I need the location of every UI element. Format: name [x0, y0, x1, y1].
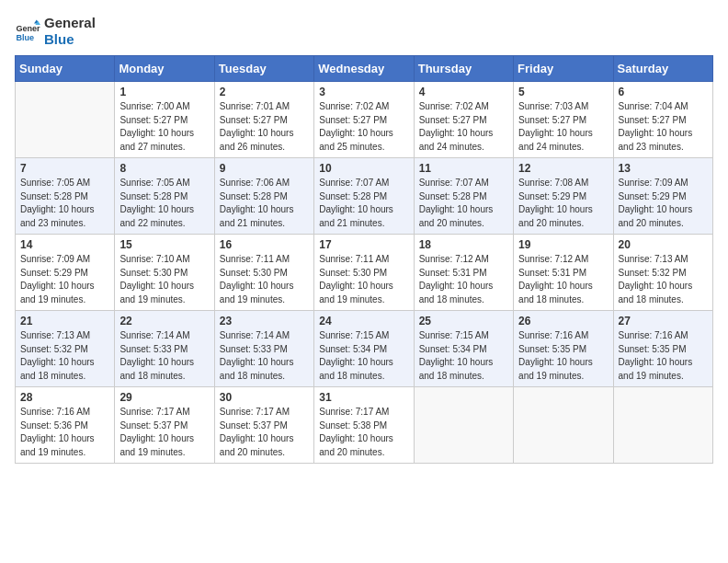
- calendar-table: SundayMondayTuesdayWednesdayThursdayFrid…: [15, 55, 713, 464]
- calendar-cell: 2Sunrise: 7:01 AM Sunset: 5:27 PM Daylig…: [214, 82, 313, 158]
- day-number: 20: [619, 238, 708, 251]
- calendar-cell: 23Sunrise: 7:14 AM Sunset: 5:33 PM Dayli…: [214, 311, 313, 387]
- day-info: Sunrise: 7:16 AM Sunset: 5:36 PM Dayligh…: [20, 406, 109, 459]
- day-of-week-header: Sunday: [16, 56, 115, 82]
- svg-text:General: General: [16, 24, 40, 33]
- calendar-cell: 26Sunrise: 7:16 AM Sunset: 5:35 PM Dayli…: [514, 311, 613, 387]
- calendar-cell: [613, 387, 712, 464]
- calendar-cell: 16Sunrise: 7:11 AM Sunset: 5:30 PM Dayli…: [214, 235, 313, 311]
- day-info: Sunrise: 7:06 AM Sunset: 5:28 PM Dayligh…: [220, 177, 309, 230]
- day-info: Sunrise: 7:03 AM Sunset: 5:27 PM Dayligh…: [518, 100, 608, 154]
- day-number: 15: [119, 238, 209, 251]
- day-number: 16: [220, 238, 309, 251]
- day-info: Sunrise: 7:08 AM Sunset: 5:29 PM Dayligh…: [518, 177, 608, 230]
- calendar-cell: 5Sunrise: 7:03 AM Sunset: 5:27 PM Daylig…: [514, 82, 613, 158]
- day-number: 5: [518, 86, 608, 98]
- day-number: 3: [319, 86, 408, 98]
- day-info: Sunrise: 7:13 AM Sunset: 5:32 PM Dayligh…: [20, 329, 109, 383]
- calendar-cell: 31Sunrise: 7:17 AM Sunset: 5:38 PM Dayli…: [314, 387, 414, 464]
- day-info: Sunrise: 7:05 AM Sunset: 5:28 PM Dayligh…: [119, 177, 209, 230]
- day-info: Sunrise: 7:02 AM Sunset: 5:27 PM Dayligh…: [319, 100, 408, 154]
- calendar-cell: 7Sunrise: 7:05 AM Sunset: 5:28 PM Daylig…: [16, 158, 115, 235]
- day-number: 21: [20, 315, 109, 327]
- page-header: General Blue General Blue: [15, 15, 713, 48]
- day-info: Sunrise: 7:15 AM Sunset: 5:34 PM Dayligh…: [419, 329, 508, 383]
- calendar-cell: 6Sunrise: 7:04 AM Sunset: 5:27 PM Daylig…: [613, 82, 712, 158]
- day-info: Sunrise: 7:12 AM Sunset: 5:31 PM Dayligh…: [518, 253, 608, 306]
- day-info: Sunrise: 7:02 AM Sunset: 5:27 PM Dayligh…: [419, 100, 508, 154]
- day-info: Sunrise: 7:15 AM Sunset: 5:34 PM Dayligh…: [319, 329, 408, 383]
- day-number: 30: [220, 391, 309, 404]
- day-number: 6: [619, 86, 708, 98]
- calendar-cell: 1Sunrise: 7:00 AM Sunset: 5:27 PM Daylig…: [115, 82, 214, 158]
- calendar-cell: 18Sunrise: 7:12 AM Sunset: 5:31 PM Dayli…: [414, 235, 513, 311]
- day-of-week-header: Wednesday: [314, 56, 414, 82]
- day-of-week-header: Saturday: [613, 56, 712, 82]
- calendar-week-row: 1Sunrise: 7:00 AM Sunset: 5:27 PM Daylig…: [16, 82, 713, 158]
- calendar-cell: 15Sunrise: 7:10 AM Sunset: 5:30 PM Dayli…: [115, 235, 214, 311]
- day-info: Sunrise: 7:16 AM Sunset: 5:35 PM Dayligh…: [518, 329, 608, 383]
- calendar-cell: 25Sunrise: 7:15 AM Sunset: 5:34 PM Dayli…: [414, 311, 513, 387]
- day-info: Sunrise: 7:17 AM Sunset: 5:38 PM Dayligh…: [319, 406, 408, 459]
- day-info: Sunrise: 7:10 AM Sunset: 5:30 PM Dayligh…: [119, 253, 209, 306]
- day-number: 9: [220, 162, 309, 175]
- day-number: 17: [319, 238, 408, 251]
- calendar-cell: 27Sunrise: 7:16 AM Sunset: 5:35 PM Dayli…: [613, 311, 712, 387]
- calendar-cell: 19Sunrise: 7:12 AM Sunset: 5:31 PM Dayli…: [514, 235, 613, 311]
- day-number: 19: [518, 238, 608, 251]
- calendar-cell: 22Sunrise: 7:14 AM Sunset: 5:33 PM Dayli…: [115, 311, 214, 387]
- svg-text:Blue: Blue: [16, 33, 34, 42]
- day-number: 12: [518, 162, 608, 175]
- day-number: 26: [518, 315, 608, 327]
- calendar-cell: 29Sunrise: 7:17 AM Sunset: 5:37 PM Dayli…: [115, 387, 214, 464]
- calendar-cell: 10Sunrise: 7:07 AM Sunset: 5:28 PM Dayli…: [314, 158, 414, 235]
- calendar-cell: 3Sunrise: 7:02 AM Sunset: 5:27 PM Daylig…: [314, 82, 414, 158]
- day-info: Sunrise: 7:05 AM Sunset: 5:28 PM Dayligh…: [20, 177, 109, 230]
- calendar-week-row: 21Sunrise: 7:13 AM Sunset: 5:32 PM Dayli…: [16, 311, 713, 387]
- calendar-week-row: 28Sunrise: 7:16 AM Sunset: 5:36 PM Dayli…: [16, 387, 713, 464]
- calendar-cell: 24Sunrise: 7:15 AM Sunset: 5:34 PM Dayli…: [314, 311, 414, 387]
- day-number: 24: [319, 315, 408, 327]
- calendar-cell: [414, 387, 513, 464]
- day-info: Sunrise: 7:17 AM Sunset: 5:37 PM Dayligh…: [119, 406, 209, 459]
- calendar-cell: 11Sunrise: 7:07 AM Sunset: 5:28 PM Dayli…: [414, 158, 513, 235]
- day-info: Sunrise: 7:17 AM Sunset: 5:37 PM Dayligh…: [220, 406, 309, 459]
- day-number: 25: [419, 315, 508, 327]
- calendar-cell: 9Sunrise: 7:06 AM Sunset: 5:28 PM Daylig…: [214, 158, 313, 235]
- calendar-cell: 30Sunrise: 7:17 AM Sunset: 5:37 PM Dayli…: [214, 387, 313, 464]
- calendar-week-row: 14Sunrise: 7:09 AM Sunset: 5:29 PM Dayli…: [16, 235, 713, 311]
- calendar-cell: 14Sunrise: 7:09 AM Sunset: 5:29 PM Dayli…: [16, 235, 115, 311]
- day-number: 22: [119, 315, 209, 327]
- day-info: Sunrise: 7:07 AM Sunset: 5:28 PM Dayligh…: [319, 177, 408, 230]
- day-number: 23: [220, 315, 309, 327]
- day-info: Sunrise: 7:04 AM Sunset: 5:27 PM Dayligh…: [619, 100, 708, 154]
- day-number: 18: [419, 238, 508, 251]
- calendar-header-row: SundayMondayTuesdayWednesdayThursdayFrid…: [16, 56, 713, 82]
- day-number: 13: [619, 162, 708, 175]
- day-info: Sunrise: 7:07 AM Sunset: 5:28 PM Dayligh…: [419, 177, 508, 230]
- day-info: Sunrise: 7:12 AM Sunset: 5:31 PM Dayligh…: [419, 253, 508, 306]
- day-info: Sunrise: 7:09 AM Sunset: 5:29 PM Dayligh…: [619, 177, 708, 230]
- day-info: Sunrise: 7:11 AM Sunset: 5:30 PM Dayligh…: [319, 253, 408, 306]
- day-of-week-header: Thursday: [414, 56, 513, 82]
- day-number: 2: [220, 86, 309, 98]
- day-info: Sunrise: 7:13 AM Sunset: 5:32 PM Dayligh…: [619, 253, 708, 306]
- day-info: Sunrise: 7:09 AM Sunset: 5:29 PM Dayligh…: [20, 253, 109, 306]
- day-info: Sunrise: 7:14 AM Sunset: 5:33 PM Dayligh…: [220, 329, 309, 383]
- day-number: 10: [319, 162, 408, 175]
- day-info: Sunrise: 7:01 AM Sunset: 5:27 PM Dayligh…: [220, 100, 309, 154]
- day-number: 31: [319, 391, 408, 404]
- day-number: 11: [419, 162, 508, 175]
- calendar-cell: 28Sunrise: 7:16 AM Sunset: 5:36 PM Dayli…: [16, 387, 115, 464]
- day-number: 14: [20, 238, 109, 251]
- day-info: Sunrise: 7:14 AM Sunset: 5:33 PM Dayligh…: [119, 329, 209, 383]
- day-of-week-header: Friday: [514, 56, 613, 82]
- day-number: 8: [119, 162, 209, 175]
- calendar-cell: 21Sunrise: 7:13 AM Sunset: 5:32 PM Dayli…: [16, 311, 115, 387]
- day-number: 7: [20, 162, 109, 175]
- calendar-cell: [16, 82, 115, 158]
- day-info: Sunrise: 7:16 AM Sunset: 5:35 PM Dayligh…: [619, 329, 708, 383]
- day-of-week-header: Monday: [115, 56, 214, 82]
- day-number: 27: [619, 315, 708, 327]
- day-number: 4: [419, 86, 508, 98]
